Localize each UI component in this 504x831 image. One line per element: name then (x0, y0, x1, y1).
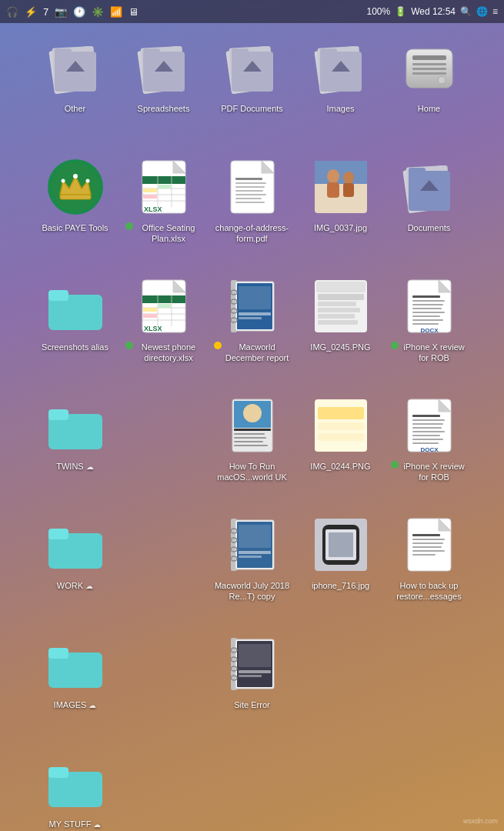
home-icon-image (399, 37, 460, 98)
svg-text:DOCX: DOCX (420, 446, 439, 453)
desktop-icon-img-0244[interactable]: IMG_0244.PNG (296, 389, 385, 508)
pdf-documents-label: PDF Documents (221, 103, 283, 114)
iphone-x-review1-status-dot (391, 342, 399, 349)
images-label: Images (326, 103, 354, 114)
svg-rect-29 (60, 195, 91, 199)
watermark: wsxdn.com (463, 817, 498, 825)
siri-icon[interactable]: 🌐 (476, 6, 488, 17)
desktop-icon-office-seating[interactable]: XLSX Office Seating Plan.xlsx (119, 150, 208, 269)
battery-icon: 🔋 (395, 6, 406, 17)
svg-rect-157 (412, 534, 440, 536)
desktop-icon-how-to-backup[interactable]: How to back up restore...essages (385, 508, 473, 627)
images-folder-label: IMAGES ☁ (54, 699, 97, 710)
desktop-icon-pdf-documents[interactable]: PDF Documents (208, 31, 296, 150)
svg-rect-52 (235, 190, 263, 192)
newest-phone-icon-image: XLSX (133, 275, 195, 337)
svg-rect-97 (318, 302, 356, 306)
svg-rect-160 (412, 546, 442, 548)
svg-rect-23 (412, 63, 446, 65)
desktop-icon-iphone-x-review1[interactable]: DOCX iPhone X review for ROB (385, 269, 473, 389)
swift-icon: ⚡ (25, 6, 37, 18)
img-0245-label: IMG_0245.PNG (310, 342, 370, 352)
desktop-icon-img-0245[interactable]: IMG_0245.PNG (296, 269, 385, 389)
svg-point-58 (327, 169, 339, 183)
my-stuff-icon-image (45, 753, 106, 814)
time-machine-icon: 🕐 (73, 6, 85, 18)
desktop-icon-images[interactable]: Images (296, 31, 385, 150)
desktop-icon-change-of-address[interactable]: change-of-address-form.pdf (208, 150, 296, 269)
svg-rect-132 (412, 427, 442, 429)
svg-rect-54 (235, 198, 262, 199)
desktop-icon-macworld-july[interactable]: Macworld July 2018 Re...T) copy (208, 508, 296, 627)
svg-rect-165 (48, 648, 68, 659)
img-0037-label: IMG_0037.jpg (314, 222, 367, 233)
iphone-x-review2-icon-image: DOCX (399, 395, 460, 456)
change-of-address-icon-image (222, 156, 283, 218)
site-error-label: Site Error (234, 699, 269, 710)
desktop-icon-macworld-dec[interactable]: Macworld December report (208, 269, 296, 389)
svg-rect-134 (412, 435, 440, 436)
svg-text:XLSX: XLSX (144, 325, 162, 332)
svg-rect-50 (235, 182, 266, 184)
svg-rect-89 (239, 317, 262, 319)
svg-text:DOCX: DOCX (420, 327, 439, 334)
screenshots-alias-label: Screenshots alias (42, 342, 108, 352)
svg-rect-135 (412, 439, 443, 440)
documents-icon-image (399, 156, 460, 218)
desktop-icon-documents[interactable]: Documents (385, 150, 473, 269)
desktop-icon-twins[interactable]: TWINS ☁ (31, 389, 119, 508)
svg-rect-158 (412, 539, 445, 540)
svg-rect-61 (343, 183, 354, 197)
svg-rect-25 (412, 72, 446, 75)
iphone-x-review1-label: iPhone X review for ROB (391, 342, 468, 364)
desktop-icon-spreadsheets[interactable]: Spreadsheets (119, 31, 208, 150)
desktop-icon-newest-phone[interactable]: XLSX Newest phone directory.xlsx (119, 269, 208, 389)
office-seating-status-dot (125, 222, 133, 230)
documents-label: Documents (408, 222, 451, 233)
spreadsheets-icon-image (133, 37, 195, 98)
svg-rect-82 (143, 314, 157, 318)
basic-paye-label: Basic PAYE Tools (42, 222, 108, 233)
desktop-icon-iphone-x-review2[interactable]: DOCX iPhone X review for ROB (385, 389, 473, 508)
svg-rect-42 (143, 177, 157, 183)
desktop-icon-basic-paye[interactable]: Basic PAYE Tools (31, 150, 119, 269)
desktop-icon-img-0037[interactable]: IMG_0037.jpg (296, 150, 385, 269)
svg-rect-104 (412, 300, 445, 302)
desktop-icon-images-folder[interactable]: IMAGES ☁ (31, 627, 119, 746)
desktop-icon-iphone-716[interactable]: iphone_716.jpg (296, 508, 385, 627)
svg-rect-44 (143, 189, 157, 192)
desktop-icon-work[interactable]: WORK ☁ (31, 508, 119, 627)
basic-paye-icon-image (45, 156, 106, 218)
headphones-icon: 🎧 (6, 6, 18, 18)
control-center-icon[interactable]: ≡ (492, 6, 498, 17)
svg-rect-145 (239, 551, 271, 554)
other-icon-image (45, 37, 106, 98)
svg-rect-99 (318, 314, 355, 319)
svg-rect-161 (412, 550, 445, 552)
desktop-icon-screenshots-alias[interactable]: Screenshots alias (31, 269, 119, 389)
desktop-icon-my-stuff[interactable]: MY STUFF ☁ (31, 746, 119, 831)
desktop-icon-how-to-run[interactable]: How To Run macOS...world UK (208, 389, 296, 508)
svg-rect-110 (412, 323, 439, 325)
menubar: 🎧 ⚡ 7 📷 🕐 ✳️ 📶 🖥 100% 🔋 Wed 12:54 🔍 🌐 ≡ (0, 0, 504, 23)
desktop-icon-site-error[interactable]: Site Error (208, 627, 296, 746)
svg-rect-162 (412, 554, 436, 556)
svg-rect-169 (239, 644, 271, 667)
svg-rect-140 (48, 529, 68, 539)
how-to-backup-label: How to back up restore...essages (391, 580, 468, 602)
other-label: Other (65, 103, 86, 114)
menubar-right: 100% 🔋 Wed 12:54 🔍 🌐 ≡ (366, 6, 498, 17)
work-label: WORK ☁ (57, 580, 93, 591)
search-icon[interactable]: 🔍 (460, 6, 472, 17)
newest-phone-status-dot (125, 342, 133, 349)
macworld-dec-status-dot (214, 342, 222, 349)
svg-rect-69 (48, 290, 68, 301)
focus-icon: ✳️ (92, 6, 104, 18)
svg-text:XLSX: XLSX (144, 205, 162, 213)
svg-point-117 (243, 404, 262, 422)
desktop-icon-home[interactable]: Home (385, 31, 473, 150)
svg-rect-24 (412, 68, 446, 70)
desktop-icon-other[interactable]: Other (31, 31, 119, 150)
svg-rect-43 (159, 185, 171, 189)
svg-rect-87 (239, 286, 271, 309)
